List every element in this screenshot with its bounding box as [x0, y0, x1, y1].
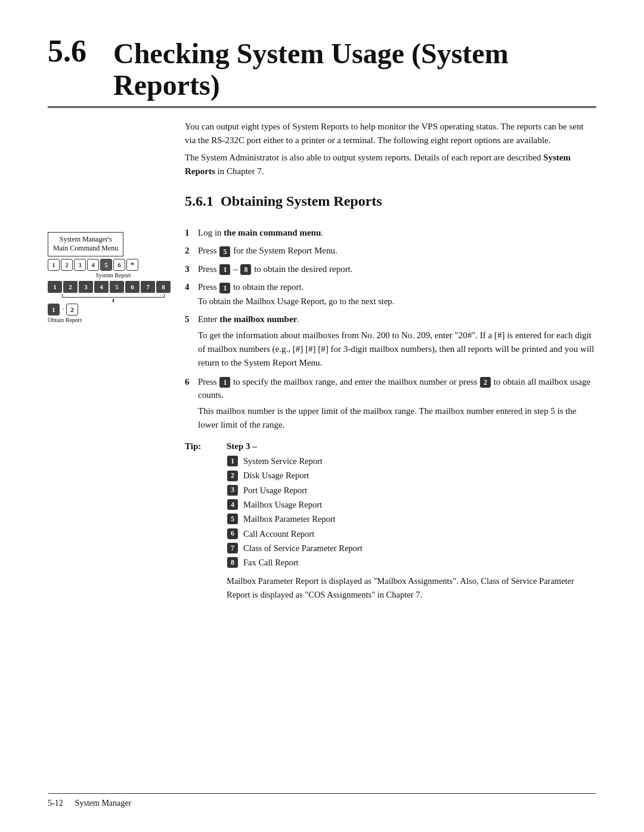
diagram-column: System Manager's Main Command Menu 1 2 3… — [48, 226, 185, 602]
steps-list: 1 Log in the main command menu. 2 Press … — [185, 226, 596, 432]
step6-key2: 2 — [480, 377, 491, 388]
lkey-8: 8 — [156, 281, 171, 293]
section-number: 5.6 — [48, 36, 95, 67]
system-report-label: System Report — [48, 272, 179, 279]
bracket-line — [48, 294, 179, 298]
tip-key-7: 7 — [227, 543, 238, 553]
tip-key-4: 4 — [227, 499, 238, 510]
step-1: 1 Log in the main command menu. — [185, 226, 596, 240]
tip-key-2: 2 — [227, 471, 238, 481]
header-rule — [48, 106, 596, 108]
key-star: * — [126, 259, 138, 271]
subsection-title: 5.6.1 Obtaining System Reports — [185, 193, 382, 209]
page-footer: 5-12 System Manager — [48, 793, 596, 808]
tip-item-1: 1 System Service Report — [227, 455, 596, 467]
step-6: 6 Press 1 to specify the mailbox range, … — [185, 375, 596, 432]
tip-item-8: 8 Fax Call Report — [227, 556, 596, 568]
step3-key8: 8 — [240, 264, 251, 275]
key-6: 6 — [113, 259, 125, 271]
intro-paragraph1: You can output eight types of System Rep… — [185, 120, 596, 148]
step-4: 4 Press 1 to obtain the report. To obtai… — [185, 280, 596, 308]
final-key-2: 2 — [66, 304, 78, 316]
tip-section: Tip: Step 3 – 1 System Service Report 2 … — [185, 441, 596, 601]
step4-subnote: To obtain the Mailbox Usage Report, go t… — [198, 295, 596, 308]
tip-key-6: 6 — [227, 528, 238, 539]
step3-key1: 1 — [219, 264, 230, 275]
tip-item-2: 2 Disk Usage Report — [227, 469, 596, 481]
menu-label-line2: Main Command Menu — [53, 244, 118, 253]
section-title: Checking System Usage (System Reports) — [113, 36, 596, 101]
tip-key-1: 1 — [227, 456, 238, 466]
tip-content: Step 3 – 1 System Service Report 2 Disk … — [227, 441, 596, 601]
key-3: 3 — [74, 259, 86, 271]
menu-diagram: System Manager's Main Command Menu 1 2 3… — [48, 232, 179, 323]
step6-key1: 1 — [219, 377, 230, 388]
menu-label-line1: System Manager's — [53, 235, 118, 245]
final-keys-row: 1 · 2 — [48, 304, 179, 316]
steps-column: 1 Log in the main command menu. 2 Press … — [185, 226, 596, 602]
tip-item-5: 5 Mailbox Parameter Report — [227, 513, 596, 525]
lkey-5: 5 — [110, 281, 124, 293]
step-3: 3 Press 1 – 8 to obtain the desired repo… — [185, 262, 596, 276]
final-key-1: 1 — [48, 304, 60, 316]
tip-list: 1 System Service Report 2 Disk Usage Rep… — [227, 455, 596, 568]
lkey-2: 2 — [63, 281, 78, 293]
tip-step-ref: Step 3 – — [227, 441, 596, 451]
step5-paragraph: To get the information about mailboxes f… — [198, 329, 596, 370]
tip-key-5: 5 — [227, 514, 238, 524]
step-2: 2 Press 5 for the System Report Menu. — [185, 244, 596, 258]
menu-box: System Manager's Main Command Menu — [48, 232, 123, 256]
tip-label: Tip: — [185, 441, 215, 601]
lkey-1: 1 — [48, 281, 62, 293]
key-1: 1 — [48, 259, 60, 271]
step6-paragraph: This mailbox number is the upper limit o… — [198, 404, 596, 432]
lkey-6: 6 — [125, 281, 140, 293]
intro-text: You can output eight types of System Rep… — [185, 120, 596, 179]
tip-item-4: 4 Mailbox Usage Report — [227, 499, 596, 511]
tip-key-3: 3 — [227, 485, 238, 496]
step2-key5: 5 — [219, 246, 230, 257]
step-5: 5 Enter the mailbox number. To get the i… — [185, 313, 596, 370]
obtain-label: Obtain Report — [48, 317, 179, 323]
key-5-active: 5 — [100, 259, 112, 271]
footer-label: System Manager — [75, 799, 131, 808]
center-tick — [48, 299, 179, 302]
footer-page-number: 5-12 — [48, 799, 63, 808]
tip-item-3: 3 Port Usage Report — [227, 484, 596, 496]
key-2: 2 — [61, 259, 73, 271]
step4-key1: 1 — [219, 283, 230, 293]
large-key-row: 1 2 3 4 5 6 7 8 — [48, 281, 179, 293]
page-header: 5.6 Checking System Usage (System Report… — [48, 36, 596, 108]
tip-item-6: 6 Call Account Report — [227, 528, 596, 540]
tip-key-8: 8 — [227, 557, 238, 568]
key-4: 4 — [87, 259, 99, 271]
lkey-3: 3 — [79, 281, 93, 293]
tip-note: Mailbox Parameter Report is displayed as… — [227, 574, 596, 601]
intro-paragraph2: The System Administrator is also able to… — [185, 151, 596, 179]
lkey-4: 4 — [94, 281, 109, 293]
lkey-7: 7 — [141, 281, 155, 293]
top-key-row: 1 2 3 4 5 6 * — [48, 259, 179, 271]
tip-item-7: 7 Class of Service Parameter Report — [227, 542, 596, 554]
